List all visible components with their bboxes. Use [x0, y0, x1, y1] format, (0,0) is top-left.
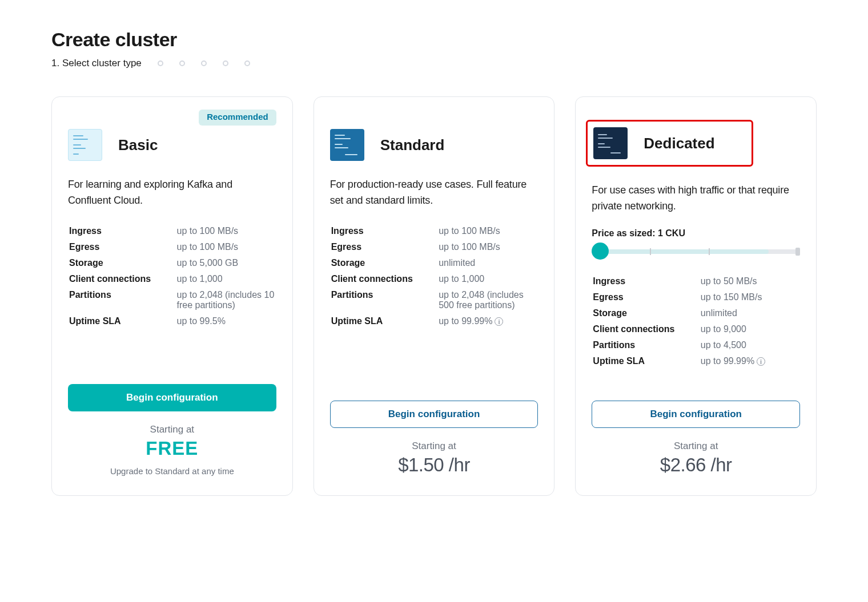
spec-val: up to 99.99%i: [701, 354, 799, 369]
price-block: Starting at $1.50 /hr: [330, 441, 539, 476]
spec-key: Ingress: [593, 274, 700, 289]
begin-configuration-button[interactable]: Begin configuration: [592, 401, 800, 428]
cku-size-label: Price as sized: 1 CKU: [592, 228, 800, 239]
slider-thumb[interactable]: [592, 243, 609, 260]
plan-header-basic: Basic: [68, 129, 276, 161]
price-value: $2.66 /hr: [592, 454, 800, 476]
page-title: Create cluster: [51, 29, 817, 51]
plan-header-dedicated: Dedicated: [586, 120, 753, 167]
spec-val: up to 100 MB/s: [439, 240, 537, 254]
info-icon[interactable]: i: [757, 357, 765, 366]
spec-val: up to 4,500: [701, 338, 799, 353]
spec-key: Client connections: [331, 272, 438, 286]
begin-configuration-button[interactable]: Begin configuration: [68, 384, 276, 411]
price-value: $1.50 /hr: [330, 454, 539, 476]
recommended-badge: Recommended: [199, 110, 276, 126]
price-subtext: Upgrade to Standard at any time: [68, 466, 276, 476]
plan-card-standard: Standard For production-ready use cases.…: [314, 96, 555, 496]
plan-specs: Ingressup to 100 MB/s Egressup to 100 MB…: [330, 223, 539, 330]
spec-key: Storage: [593, 306, 700, 321]
spec-val: up to 100 MB/s: [439, 224, 537, 239]
cluster-standard-icon: [330, 129, 364, 161]
spec-key: Storage: [69, 256, 176, 270]
spec-key: Egress: [331, 240, 438, 254]
spec-val: up to 100 MB/s: [177, 240, 275, 254]
spec-key: Storage: [331, 256, 438, 270]
spec-val: up to 2,048 (includes 500 free partition…: [439, 288, 537, 313]
spec-key: Partitions: [331, 288, 438, 313]
plan-specs: Ingressup to 100 MB/s Egressup to 100 MB…: [68, 223, 276, 330]
plan-card-basic: Recommended Basic For learning and explo…: [51, 96, 293, 496]
slider-tick: [650, 248, 651, 255]
price-value: FREE: [68, 438, 276, 459]
spec-val: up to 99.5%: [177, 314, 275, 329]
spec-val: up to 150 MB/s: [701, 290, 799, 305]
spec-key: Client connections: [593, 322, 700, 337]
plan-description: For use cases with high traffic or that …: [592, 183, 800, 215]
spec-val: up to 50 MB/s: [701, 274, 799, 289]
spec-val: up to 9,000: [701, 322, 799, 337]
price-label: Starting at: [68, 424, 276, 435]
info-icon[interactable]: i: [495, 317, 503, 326]
cluster-dedicated-icon: [593, 127, 628, 159]
spec-val: up to 2,048 (includes 10 free partitions…: [177, 288, 275, 313]
plan-cards: Recommended Basic For learning and explo…: [51, 96, 817, 496]
slider-tick: [709, 248, 710, 255]
spec-key: Egress: [593, 290, 700, 305]
spec-val: up to 1,000: [439, 272, 537, 286]
plan-title: Dedicated: [644, 135, 714, 152]
slider-fill: [592, 249, 769, 254]
plan-description: For learning and exploring Kafka and Con…: [68, 177, 276, 209]
spec-key: Uptime SLA: [69, 314, 176, 329]
spec-key: Partitions: [69, 288, 176, 313]
step-dot: [179, 60, 185, 66]
price-block: Starting at $2.66 /hr: [592, 441, 800, 476]
plan-specs: Ingressup to 50 MB/s Egressup to 150 MB/…: [592, 273, 800, 370]
plan-header-standard: Standard: [330, 129, 539, 161]
cku-slider[interactable]: [592, 247, 800, 257]
spec-val: up to 1,000: [177, 272, 275, 286]
step-dot: [223, 60, 228, 66]
step-dot: [244, 60, 250, 66]
cluster-basic-icon: [68, 129, 102, 161]
spec-key: Uptime SLA: [331, 314, 438, 329]
step-dot: [201, 60, 207, 66]
spec-key: Client connections: [69, 272, 176, 286]
spec-key: Ingress: [331, 224, 438, 239]
begin-configuration-button[interactable]: Begin configuration: [330, 401, 539, 428]
price-label: Starting at: [330, 441, 539, 452]
spec-val: up to 5,000 GB: [177, 256, 275, 270]
price-block: Starting at FREE Upgrade to Standard at …: [68, 424, 276, 476]
price-label: Starting at: [592, 441, 800, 452]
spec-val: unlimited: [701, 306, 799, 321]
spec-key: Ingress: [69, 224, 176, 239]
spec-key: Partitions: [593, 338, 700, 353]
spec-key: Uptime SLA: [593, 354, 700, 369]
plan-card-dedicated: Dedicated For use cases with high traffi…: [575, 96, 817, 496]
step-dot: [158, 60, 163, 66]
plan-title: Basic: [118, 136, 158, 154]
spec-val: up to 99.99%i: [439, 314, 537, 329]
stepper: 1. Select cluster type: [51, 58, 817, 69]
spec-key: Egress: [69, 240, 176, 254]
plan-title: Standard: [380, 136, 445, 154]
plan-description: For production-ready use cases. Full fea…: [330, 177, 539, 209]
spec-val: up to 100 MB/s: [177, 224, 275, 239]
step-current-label: 1. Select cluster type: [51, 58, 142, 69]
slider-end-icon: [795, 248, 800, 256]
spec-val: unlimited: [439, 256, 537, 270]
